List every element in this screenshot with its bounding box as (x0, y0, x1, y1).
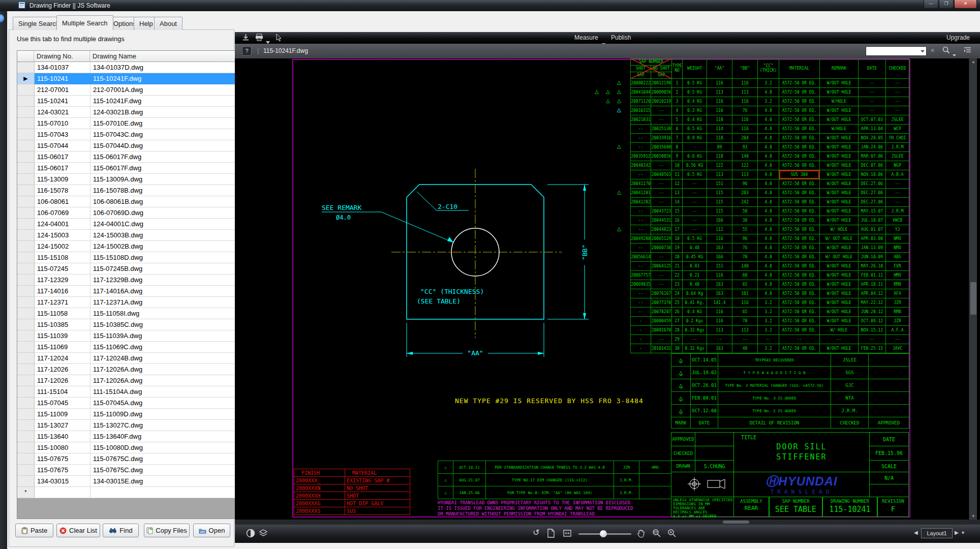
row-header[interactable] (17, 353, 35, 364)
cell-drawing-no[interactable]: 124-15002 (35, 241, 90, 252)
fit-to-window-icon[interactable] (563, 529, 572, 540)
cell-drawing-no[interactable]: 124-15003 (35, 230, 90, 241)
row-header[interactable] (17, 219, 35, 230)
row-header[interactable] (17, 364, 35, 375)
row-header[interactable] (17, 386, 35, 398)
clear-list-button[interactable]: Clear List (56, 524, 100, 537)
zoom-slider[interactable] (578, 533, 631, 535)
layout-caret-icon[interactable]: ▾ (962, 530, 964, 535)
row-header[interactable] (17, 140, 35, 151)
row-header[interactable] (17, 107, 35, 118)
column-header-drawing-no[interactable]: Drawing No. (34, 51, 90, 62)
vscroll-thumb[interactable] (970, 282, 976, 315)
page-icon[interactable] (547, 529, 555, 540)
cell-drawing-no[interactable]: 117-12371 (35, 297, 90, 308)
cell-drawing-no[interactable]: 111-15104 (35, 386, 90, 398)
upgrade-button[interactable]: Upgrade (946, 34, 970, 41)
cell-drawing-no[interactable]: 124-04001 (35, 219, 90, 230)
row-header[interactable] (17, 375, 35, 386)
cell-drawing-no[interactable]: 106-08061 (35, 196, 90, 207)
cell-drawing-no[interactable]: 117-12329 (35, 274, 90, 286)
hscroll-thumb[interactable] (723, 521, 749, 524)
row-header[interactable] (17, 442, 35, 453)
maximize-button[interactable]: ❐ (939, 0, 954, 9)
row-header[interactable] (17, 453, 35, 465)
cell-drawing-no[interactable]: 115-15108 (35, 252, 90, 263)
cell-drawing-no[interactable]: 115-11039 (35, 330, 90, 342)
search-input[interactable] (866, 46, 927, 56)
cell-drawing-no[interactable]: 115-07010 (35, 118, 90, 129)
cell-drawing-no[interactable]: 134-01037 (35, 62, 90, 73)
row-header[interactable] (17, 409, 35, 420)
row-header[interactable] (17, 84, 35, 96)
cell-drawing-no[interactable]: 115-07675 (35, 453, 90, 465)
prev-layout-icon[interactable]: ◀ (914, 530, 918, 535)
cell-drawing-no[interactable]: 115-10385 (35, 319, 90, 330)
download-icon[interactable] (242, 34, 250, 43)
cell-drawing-no[interactable]: 212-07001 (35, 84, 90, 96)
cell-drawing-no[interactable]: 117-12026 (35, 364, 90, 375)
row-header[interactable] (17, 286, 35, 297)
row-header[interactable] (17, 196, 35, 207)
panel-toggle-icon[interactable] (964, 47, 971, 56)
cell-drawing-no[interactable]: 115-11058 (35, 308, 90, 319)
cell-drawing-no[interactable]: 115-07675 (35, 465, 90, 476)
paste-button[interactable]: Paste (15, 524, 53, 537)
layout-selector[interactable]: Layout1 (921, 528, 953, 538)
tab-about[interactable]: About (154, 17, 182, 30)
horizontal-scrollbar[interactable] (235, 520, 980, 525)
vertical-scrollbar[interactable]: ▲ ▼ (969, 58, 977, 520)
search-icon[interactable] (942, 46, 950, 56)
measure-button[interactable]: Measure (574, 34, 598, 41)
cell-drawing-no[interactable]: 117-12026 (35, 375, 90, 386)
row-header[interactable] (17, 398, 35, 409)
cell-drawing-no[interactable]: 115-07044 (35, 140, 90, 151)
row-header[interactable] (17, 96, 35, 107)
row-header[interactable] (17, 163, 35, 174)
row-header[interactable]: ▶ (17, 73, 35, 84)
row-header[interactable] (17, 241, 35, 252)
row-header[interactable] (17, 330, 35, 342)
row-header[interactable] (17, 252, 35, 263)
cell-drawing-no[interactable]: 115-11009 (35, 409, 90, 420)
scroll-up-icon[interactable]: ▲ (971, 59, 975, 64)
drawing-canvas[interactable]: SEE REMARK Ø4.0 2-C10 "CC" (THICKNESS) (… (235, 58, 980, 520)
titlebar[interactable]: Drawing Finder || JS Software — ❐ ✕ (0, 0, 980, 11)
row-header[interactable] (17, 230, 35, 241)
row-header[interactable] (17, 465, 35, 476)
row-header[interactable] (17, 420, 35, 431)
pan-hand-icon[interactable] (637, 529, 645, 540)
row-header[interactable] (17, 297, 35, 308)
scroll-down-icon[interactable]: ▼ (971, 514, 975, 518)
contrast-icon[interactable] (246, 529, 255, 540)
select-cursor-icon[interactable] (275, 34, 282, 44)
chevron-down-icon[interactable] (921, 50, 925, 54)
cell-drawing-no[interactable]: 115-13640 (35, 431, 90, 442)
row-header[interactable] (17, 118, 35, 129)
zoom-slider-handle[interactable] (600, 530, 607, 537)
zoom-area-icon[interactable] (652, 529, 661, 540)
search-options-caret-icon[interactable] (953, 49, 956, 58)
row-header[interactable] (17, 319, 35, 330)
cell-drawing-no[interactable]: 115-10080 (35, 442, 90, 453)
row-header[interactable] (17, 151, 35, 163)
minimize-button[interactable]: — (924, 0, 938, 9)
cell-drawing-no[interactable]: 106-07069 (35, 207, 90, 219)
cell-drawing-no[interactable]: 115-06017 (35, 163, 90, 174)
cell-drawing-no[interactable]: 115-06017 (35, 151, 90, 163)
cell-drawing-no[interactable]: 115-13009 (35, 174, 90, 185)
publish-button[interactable]: Publish (611, 34, 631, 41)
print-icon[interactable] (255, 34, 263, 43)
row-header[interactable] (17, 174, 35, 185)
cell-drawing-no[interactable]: 124-03021 (35, 107, 90, 118)
cell-drawing-no[interactable]: 115-10241 (35, 96, 90, 107)
find-button[interactable]: Find (103, 524, 139, 537)
cell-drawing-no[interactable]: 117-12024 (35, 353, 90, 364)
help-button[interactable]: ? (242, 46, 252, 56)
cell-drawing-no[interactable]: 115-07045 (35, 398, 90, 409)
row-header[interactable] (17, 476, 35, 487)
row-header[interactable] (17, 62, 35, 73)
layers-icon[interactable] (259, 529, 268, 540)
copy-files-button[interactable]: Copy Files (144, 524, 190, 537)
row-header[interactable] (17, 342, 35, 353)
